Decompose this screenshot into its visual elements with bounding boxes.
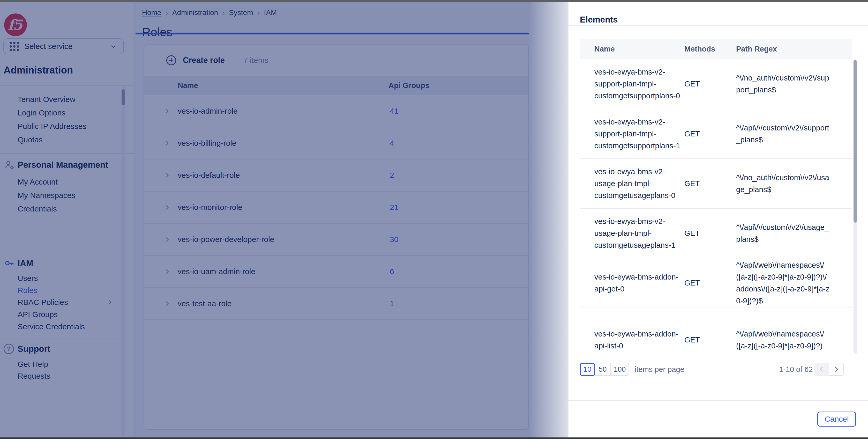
- cancel-button[interactable]: Cancel: [817, 412, 856, 427]
- element-name: ves-io-ewya-bms-v2-support-plan-tmpl-cus…: [580, 116, 684, 152]
- element-methods: GET: [684, 229, 736, 238]
- previous-page-button[interactable]: [814, 363, 829, 376]
- elements-table: Name Methods Path Regex ves-io-ewya-bms-…: [580, 39, 852, 354]
- element-path-regex: ^\/api\/web\/namespaces\/([a-z]([-a-z0-9…: [736, 259, 833, 307]
- items-per-page-label: items per page: [635, 365, 684, 374]
- page-size-100-button[interactable]: 100: [610, 363, 629, 376]
- table-row: ves-io-eywa-bms-addon-api-list-0 GET ^\/…: [580, 308, 852, 354]
- element-methods: GET: [684, 130, 736, 138]
- page-size-50-button[interactable]: 50: [594, 363, 611, 376]
- chevron-right-icon: [832, 365, 841, 374]
- column-header-path-regex: Path Regex: [736, 45, 833, 53]
- element-path-regex: ^\/no_auth\/custom\/v2\/support_plans$: [736, 72, 833, 96]
- modal-dim-overlay: [0, 0, 568, 439]
- element-name: ves-io-eywa-bms-addon-api-list-0: [580, 328, 684, 352]
- pagination: 10 50 100 items per page: [580, 363, 684, 376]
- drawer-edge-glow: [529, 0, 568, 439]
- element-path-regex: ^\/api\/web\/namespaces\/([a-z]([-a-z0-9…: [736, 328, 833, 352]
- table-row: ves-io-eywa-bms-addon-api-get-0 GET ^\/a…: [580, 258, 852, 308]
- element-methods: GET: [684, 80, 736, 88]
- column-header-name: Name: [580, 45, 684, 53]
- element-name: ves-io-eywa-bms-addon-api-get-0: [580, 271, 684, 295]
- drawer-title: Elements: [580, 15, 618, 25]
- window-top-edge: [0, 0, 868, 2]
- table-row: ves-io-ewya-bms-v2-support-plan-tmpl-cus…: [580, 59, 852, 109]
- column-header-methods: Methods: [684, 45, 736, 53]
- divider: [568, 400, 868, 401]
- pagination-range: 1-10 of 62: [779, 363, 813, 376]
- elements-table-body: ves-io-ewya-bms-v2-support-plan-tmpl-cus…: [580, 59, 852, 354]
- elements-drawer: Elements Name Methods Path Regex ves-io-…: [568, 0, 868, 439]
- table-row: ves-io-ewya-bms-v2-usage-plan-tmpl-custo…: [580, 208, 852, 258]
- element-methods: GET: [684, 336, 736, 344]
- elements-table-header: Name Methods Path Regex: [580, 39, 852, 59]
- element-methods: GET: [684, 279, 736, 287]
- element-name: ves-io-ewya-bms-v2-usage-plan-tmpl-custo…: [580, 215, 684, 251]
- pagination-nav: [814, 363, 844, 376]
- page-size-10-button[interactable]: 10: [580, 363, 595, 376]
- panel-scrollbar-thumb[interactable]: [854, 60, 857, 223]
- element-name: ves-io-ewya-bms-v2-usage-plan-tmpl-custo…: [580, 166, 684, 201]
- next-page-button[interactable]: [829, 363, 844, 376]
- element-path-regex: ^\/api\/\/custom\/v2\/support_plans$: [736, 122, 833, 146]
- chevron-left-icon: [817, 365, 826, 374]
- table-row: ves-io-ewya-bms-v2-usage-plan-tmpl-custo…: [580, 158, 852, 208]
- element-name: ves-io-ewya-bms-v2-support-plan-tmpl-cus…: [580, 66, 684, 102]
- element-path-regex: ^\/no_auth\/custom\/v2\/usage_plans$: [736, 172, 833, 196]
- element-path-regex: ^\/api\/\/custom\/v2\/usage_plans$: [736, 221, 833, 245]
- table-row: ves-io-ewya-bms-v2-support-plan-tmpl-cus…: [580, 109, 852, 158]
- window-bottom-edge: [0, 437, 868, 439]
- element-methods: GET: [684, 179, 736, 188]
- divider: [568, 25, 868, 26]
